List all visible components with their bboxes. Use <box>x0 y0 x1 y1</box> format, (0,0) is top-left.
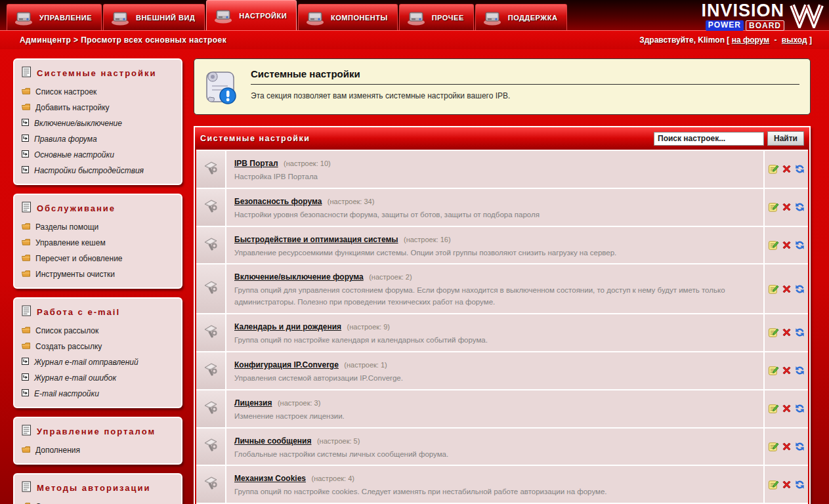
refresh-icon[interactable] <box>794 201 805 213</box>
refresh-icon[interactable] <box>794 479 805 490</box>
sidebar-section: Системные настройки Список настроек <box>13 58 182 185</box>
edit-icon[interactable] <box>768 441 779 452</box>
sidebar-section-items: Список настроек Добавить настройку <box>14 84 181 178</box>
delete-icon[interactable] <box>781 327 792 338</box>
arrow-box-icon <box>22 119 29 128</box>
edit-icon[interactable] <box>768 240 779 251</box>
sidebar: Системные настройки Список настроек <box>13 58 182 504</box>
edit-icon[interactable] <box>768 327 779 338</box>
folder-icon <box>22 446 30 455</box>
settings-group-link[interactable]: Календарь и дни рождения <box>234 322 341 331</box>
row-icon-cell <box>196 352 226 389</box>
edit-icon[interactable] <box>768 201 779 213</box>
sidebar-item-label: Журнал e-mail ошибок <box>34 373 116 383</box>
delete-icon[interactable] <box>781 479 792 490</box>
edit-icon[interactable] <box>768 284 779 295</box>
sidebar-section-items: Список рассылок Создать рассылку <box>14 323 181 402</box>
sidebar-item-label: Настройки быстродействия <box>34 166 144 175</box>
nav-tab[interactable]: ПОДДЕРЖКА <box>475 4 568 30</box>
sidebar-item[interactable]: Пересчет и обновление <box>14 251 181 266</box>
delete-icon[interactable] <box>781 163 792 175</box>
row-actions <box>763 314 808 351</box>
sidebar-item-label: Дополнения <box>35 446 80 455</box>
delete-icon[interactable] <box>781 365 792 376</box>
sidebar-item[interactable]: Добавить настройку <box>14 100 181 116</box>
sidebar-item[interactable]: Дополнения <box>14 442 181 458</box>
sidebar-item[interactable]: Список методов <box>14 499 181 504</box>
delete-icon[interactable] <box>781 403 792 414</box>
delete-icon[interactable] <box>781 441 792 452</box>
sidebar-section-header[interactable]: Обслуживание <box>14 195 181 219</box>
logout-link[interactable]: выход <box>782 35 807 45</box>
search-button[interactable]: Найти <box>767 131 804 146</box>
settings-group-link[interactable]: Безопасность форума <box>234 197 322 206</box>
sidebar-item[interactable]: Разделы помощи <box>14 219 181 235</box>
settings-group-description: Группа опций для управления состоянием ф… <box>234 285 757 308</box>
settings-group-link[interactable]: Конфигурация IP.Converge <box>234 360 339 369</box>
row-content: Конфигурация IP.Converge (настроек: 1) У… <box>226 352 763 389</box>
settings-group-description: Глобальные настройки системы личных сооб… <box>234 449 757 461</box>
sidebar-item[interactable]: Основные настройки <box>14 147 181 163</box>
settings-group-row: Включение/выключение форума (настроек: 2… <box>196 263 808 313</box>
edit-icon[interactable] <box>768 365 779 376</box>
edit-icon[interactable] <box>768 479 779 490</box>
refresh-icon[interactable] <box>794 441 805 452</box>
folder-icon <box>22 270 30 279</box>
nav-tab[interactable]: ПРОЧЕЕ <box>399 4 474 30</box>
sidebar-item[interactable]: Настройки быстродействия <box>14 163 181 178</box>
search-input[interactable] <box>654 132 764 146</box>
nav-tab[interactable]: ВНЕШНИЙ ВИД <box>103 4 205 30</box>
settings-group-description: Настройка IPB Портала <box>234 171 757 183</box>
sidebar-item[interactable]: Список рассылок <box>14 323 181 339</box>
edit-icon[interactable] <box>768 403 779 414</box>
sidebar-section-header[interactable]: Системные настройки <box>14 60 181 84</box>
refresh-icon[interactable] <box>794 284 805 295</box>
sidebar-section-header[interactable]: Методы авторизации <box>14 474 181 499</box>
tab-icon <box>304 9 326 26</box>
arrow-box-icon <box>22 389 29 398</box>
sidebar-item[interactable]: Журнал e-mail ошибок <box>14 370 181 386</box>
row-icon-cell <box>196 429 226 465</box>
sidebar-section-title: Системные настройки <box>37 68 157 78</box>
nav-tab[interactable]: КОМПОНЕНТЫ <box>298 4 398 30</box>
row-actions <box>763 227 808 264</box>
row-icon-cell <box>196 189 226 226</box>
nav-tab[interactable]: УПРАВЛЕНИЕ <box>7 4 102 30</box>
settings-group-description: Группа опций по настройке cookies. Следу… <box>234 486 757 498</box>
sidebar-item[interactable]: E-mail настройки <box>14 386 181 402</box>
settings-group-link[interactable]: Быстродействие и оптимизация системы <box>234 235 398 244</box>
delete-icon[interactable] <box>781 201 792 213</box>
nav-tab[interactable]: НАСТРОЙКИ <box>206 0 297 30</box>
refresh-icon[interactable] <box>794 403 805 414</box>
sidebar-section-header[interactable]: Работа с e-mail <box>14 299 181 323</box>
greeting-prefix: Здравствуйте, Klimon [ <box>639 35 729 45</box>
sidebar-item[interactable]: Управление кешем <box>14 235 181 251</box>
sidebar-item[interactable]: Создать рассылку <box>14 339 181 354</box>
delete-icon[interactable] <box>781 240 792 251</box>
sidebar-item[interactable]: Включение/выключение <box>14 116 181 131</box>
forum-link[interactable]: на форум <box>732 35 770 45</box>
sidebar-item[interactable]: Инструменты очистки <box>14 266 181 282</box>
refresh-icon[interactable] <box>794 327 805 338</box>
delete-icon[interactable] <box>781 284 792 295</box>
settings-group-link[interactable]: IPB Портал <box>234 159 278 168</box>
sidebar-item-label: Включение/выключение <box>34 119 122 128</box>
settings-group-link[interactable]: Лицензия <box>234 398 272 408</box>
sidebar-item[interactable]: Список настроек <box>14 84 181 100</box>
settings-count: (настроек: 2) <box>369 273 412 281</box>
edit-icon[interactable] <box>768 163 779 175</box>
tab-icon <box>481 9 503 26</box>
sidebar-section-header[interactable]: Управление порталом <box>14 418 181 442</box>
tools-icon <box>202 436 220 457</box>
settings-group-link[interactable]: Личные сообщения <box>234 436 311 446</box>
refresh-icon[interactable] <box>794 365 805 376</box>
settings-group-link[interactable]: Механизм Cookies <box>234 474 306 483</box>
refresh-icon[interactable] <box>794 240 805 251</box>
sidebar-item[interactable]: Правила форума <box>14 131 181 147</box>
settings-count: (настроек: 4) <box>312 474 354 482</box>
sidebar-item[interactable]: Журнал e-mail отправлений <box>14 354 181 370</box>
settings-group-link[interactable]: Включение/выключение форума <box>234 272 364 282</box>
arrow-box-icon <box>22 373 29 383</box>
arrow-box-icon <box>22 358 29 367</box>
refresh-icon[interactable] <box>794 163 805 175</box>
